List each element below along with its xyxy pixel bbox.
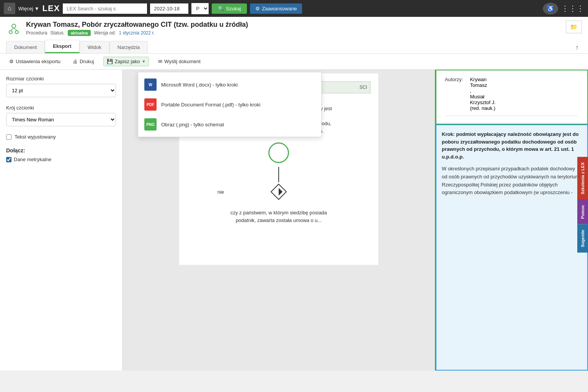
lex-logo: LEX [42, 3, 60, 13]
author-divider [446, 116, 578, 116]
save-as-button[interactable]: 💾 Zapisz jako ▼ [103, 57, 149, 66]
top-navigation: ⌂ Więcej ▼ LEX PL 🔍 Szukaj ⚙ Zaawansowan… [0, 0, 588, 17]
status-label-text: Status: [50, 30, 64, 36]
save-as-label: Zapisz jako [115, 59, 140, 64]
diagram-diamond [269, 182, 288, 201]
font-size-select[interactable]: 12 pt 10 pt 14 pt 16 pt [6, 84, 116, 97]
docx-label: Microsoft Word (.docx) - tylko kroki [161, 82, 238, 88]
status-badge: aktualna [68, 30, 91, 36]
print-label: Drukuj [80, 59, 94, 64]
svg-line-3 [11, 28, 14, 31]
dane-metrykalne-item: Dane metrykalne [6, 157, 116, 162]
justify-checkbox-row: Tekst wyjustowany [6, 134, 116, 140]
save-as-icon: 💾 [107, 59, 113, 64]
png-label: Obraz (.png) - tylko schemat [161, 122, 224, 127]
tab-narzedzia[interactable]: Narzędzia [109, 41, 148, 53]
search-button-label: Szukaj [226, 6, 241, 11]
svg-marker-6 [279, 188, 283, 196]
side-tabs: Szkolenia z LEX Pomoc Sugestie [577, 157, 588, 253]
authors-names: Krywan Tomasz , Musiał Krzysztof J. (red… [467, 76, 499, 112]
settings-label: Ustawienia eksportu [16, 59, 60, 64]
save-as-docx[interactable]: W Microsoft Word (.docx) - tylko kroki [138, 75, 321, 95]
document-meta: Procedura Status: aktualna Wersja od: 1 … [26, 30, 561, 36]
dropdown-arrow-icon: ▼ [142, 59, 145, 64]
diagram-line [278, 167, 279, 182]
dane-metrykalne-checkbox[interactable] [6, 157, 11, 162]
send-icon: ✉ [158, 59, 162, 64]
document-title-info: Krywan Tomasz, Pobór zryczałtowanego CIT… [26, 21, 561, 36]
procedure-label: Procedura [26, 30, 47, 36]
tab-eksport[interactable]: Eksport [45, 40, 79, 53]
justify-section: Tekst wyjustowany [6, 134, 116, 140]
font-family-label: Krój czcionki [6, 105, 116, 111]
search-icon: 🔍 [218, 6, 224, 11]
step-box: Krok: podmiot wypłacający należność obow… [436, 124, 588, 371]
advanced-button[interactable]: ⚙ Zaawansowane [250, 3, 302, 14]
authors-label: Autorzy: [442, 76, 466, 112]
settings-button[interactable]: ⚙ Ustawienia eksportu [6, 57, 64, 66]
advanced-button-label: Zaawansowane [262, 6, 297, 11]
home-button[interactable]: ⌂ [4, 3, 15, 14]
language-select[interactable]: PL [191, 3, 209, 14]
left-panel: Rozmiar czcionki 12 pt 10 pt 14 pt 16 pt… [0, 70, 122, 371]
document-header: Krywan Tomasz, Pobór zryczałtowanego CIT… [0, 17, 588, 54]
font-size-section: Rozmiar czcionki 12 pt 10 pt 14 pt 16 pt [6, 76, 116, 97]
grid-button[interactable]: ⋮⋮⋮ [561, 4, 584, 13]
justify-label: Tekst wyjustowany [15, 134, 56, 140]
tab-widok[interactable]: Widok [80, 41, 109, 53]
dolacz-section: Dołącz: Dane metrykalne [6, 147, 116, 162]
nie-label: nie [217, 189, 224, 195]
document-title: Krywan Tomasz, Pobór zryczałtowanego CIT… [26, 21, 561, 29]
pdf-label: Portable Document Format (.pdf) - tylko … [161, 102, 260, 108]
font-size-label: Rozmiar czcionki [6, 76, 116, 82]
accessibility-button[interactable]: ♿ [543, 3, 558, 15]
document-type-icon [6, 21, 21, 37]
sugestie-tab[interactable]: Sugestie [577, 224, 588, 253]
png-icon: PNG [144, 118, 157, 131]
justify-checkbox[interactable] [6, 134, 11, 140]
settings-icon: ⚙ [9, 59, 14, 64]
save-as-png[interactable]: PNG Obraz (.png) - tylko schemat [138, 114, 321, 134]
more-label: Więcej [18, 6, 33, 11]
search-button[interactable]: 🔍 Szukaj [212, 3, 247, 14]
dane-metrykalne-label: Dane metrykalne [14, 157, 51, 162]
send-label: Wyślij dokument [164, 59, 201, 64]
step-content: W określonych przepisami przypadkach pod… [442, 165, 582, 197]
send-button[interactable]: ✉ Wyślij dokument [155, 57, 204, 66]
export-toolbar: ⚙ Ustawienia eksportu 🖨 Drukuj 💾 Zapisz … [0, 54, 588, 70]
nav-right: ♿ ⋮⋮⋮ [543, 3, 584, 15]
version-date[interactable]: 1 stycznia 2022 r. [119, 30, 155, 36]
more-arrow-icon: ▼ [34, 6, 39, 11]
svg-point-1 [9, 31, 12, 34]
date-input[interactable] [150, 3, 188, 14]
dolacz-label: Dołącz: [6, 147, 116, 154]
svg-point-0 [12, 24, 16, 28]
font-family-section: Krój czcionki Times New Roman Arial Cali… [6, 105, 116, 126]
svg-line-4 [14, 28, 17, 31]
print-icon: 🖨 [73, 59, 78, 64]
folder-button[interactable]: 📁 [566, 21, 582, 33]
step-title: Krok: podmiot wypłacający należność obow… [442, 131, 582, 160]
svg-point-2 [15, 31, 18, 34]
diagram-circle [268, 142, 289, 163]
save-as-pdf[interactable]: PDF Portable Document Format (.pdf) - ty… [138, 95, 321, 114]
scroll-up-button[interactable]: ↑ [572, 42, 582, 53]
pdf-icon: PDF [144, 98, 157, 111]
print-button[interactable]: 🖨 Drukuj [70, 57, 97, 66]
diagram-bottom-text: czy z państwem, w którym siedzibę posiad… [229, 209, 328, 224]
pomoc-tab[interactable]: Pomoc [577, 199, 588, 224]
authors-box: Autorzy: Krywan Tomasz , Musiał Krzyszto… [436, 70, 588, 124]
document-tabs: Dokument Eksport Widok Narzędzia ↑ [6, 40, 582, 53]
search-input[interactable] [63, 3, 147, 14]
tab-dokument[interactable]: Dokument [6, 41, 45, 53]
docx-icon: W [144, 78, 157, 91]
authors-table: Autorzy: Krywan Tomasz , Musiał Krzyszto… [441, 75, 500, 113]
gear-icon: ⚙ [255, 6, 260, 11]
version-label-text: Wersja od: [94, 30, 116, 36]
szkolenia-tab[interactable]: Szkolenia z LEX [577, 157, 588, 200]
more-button[interactable]: Więcej ▼ [18, 6, 39, 11]
save-as-dropdown: W Microsoft Word (.docx) - tylko kroki P… [138, 72, 322, 137]
font-family-select[interactable]: Times New Roman Arial Calibri [6, 113, 116, 126]
right-panel: Autorzy: Krywan Tomasz , Musiał Krzyszto… [435, 70, 588, 371]
